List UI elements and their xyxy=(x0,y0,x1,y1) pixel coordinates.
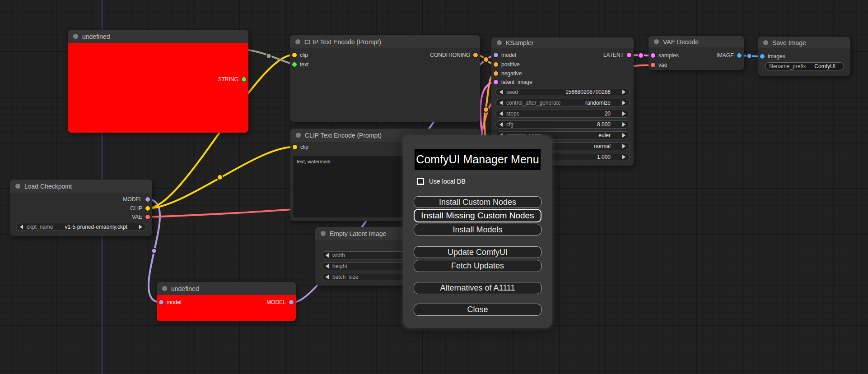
node-undefined-bottom[interactable]: undefined model MODEL xyxy=(157,282,296,321)
install-missing-custom-nodes-button[interactable]: Install Missing Custom Nodes xyxy=(414,209,541,222)
output-model[interactable]: MODEL xyxy=(123,196,150,203)
input-images[interactable]: images xyxy=(760,53,785,60)
input-clip[interactable]: clip xyxy=(292,52,308,58)
next-arrow-icon[interactable] xyxy=(139,225,142,229)
use-local-db-checkbox[interactable] xyxy=(417,178,424,185)
reroute-dot-string[interactable] xyxy=(266,54,271,59)
collapse-dot-icon[interactable] xyxy=(295,39,300,44)
decrement-arrow-icon[interactable] xyxy=(499,111,503,116)
reroute-dot-image[interactable] xyxy=(747,54,752,59)
output-string[interactable]: STRING xyxy=(218,76,246,83)
next-arrow-icon[interactable] xyxy=(622,133,625,138)
output-latent[interactable]: LATENT xyxy=(603,52,631,58)
previous-arrow-icon[interactable] xyxy=(499,101,503,105)
decrement-arrow-icon[interactable] xyxy=(326,253,329,258)
conditioning-port-icon[interactable] xyxy=(473,53,478,57)
decrement-arrow-icon[interactable] xyxy=(499,90,503,94)
input-negative[interactable]: negative xyxy=(494,70,522,77)
output-image[interactable]: IMAGE xyxy=(716,52,742,59)
reroute-dot-latent[interactable] xyxy=(638,53,644,58)
ckpt-name-widget[interactable]: ckpt_name v1-5-pruned-emaonly.ckpt xyxy=(16,223,146,231)
close-button[interactable]: Close xyxy=(414,304,541,316)
reroute-dot-cond-negative[interactable] xyxy=(483,107,489,112)
node-header[interactable]: CLIP Text Encode (Prompt) xyxy=(290,35,480,48)
input-samples[interactable]: samples xyxy=(651,52,679,59)
install-custom-nodes-button[interactable]: Install Custom Nodes xyxy=(414,196,541,208)
model-port-icon[interactable] xyxy=(494,53,498,57)
image-port-icon[interactable] xyxy=(760,54,765,59)
model-port-icon[interactable] xyxy=(145,197,150,202)
string-port-icon[interactable] xyxy=(242,77,246,82)
collapse-dot-icon[interactable] xyxy=(654,39,659,44)
increment-arrow-icon[interactable] xyxy=(622,155,625,159)
output-clip[interactable]: CLIP xyxy=(130,205,150,212)
clip-port-icon[interactable] xyxy=(145,206,150,211)
alternatives-of-a1111-button[interactable]: Alternatives of A1111 xyxy=(414,282,541,294)
node-vae-decode[interactable]: VAE Decode samples vae IMAGE xyxy=(649,36,744,70)
clip-port-icon[interactable] xyxy=(292,53,297,57)
collapse-dot-icon[interactable] xyxy=(15,184,20,189)
node-load-checkpoint[interactable]: Load Checkpoint MODEL CLIP VAE ckpt_name… xyxy=(10,180,152,236)
reroute-dot-clip[interactable] xyxy=(217,175,223,180)
port-label: MODEL xyxy=(266,299,286,305)
cfg-widget[interactable]: cfg 8.000 xyxy=(495,120,630,129)
node-header[interactable]: undefined xyxy=(157,282,296,295)
install-models-button[interactable]: Install Models xyxy=(414,224,541,235)
collapse-dot-icon[interactable] xyxy=(73,34,78,39)
node-header[interactable]: Load Checkpoint xyxy=(10,180,152,193)
input-positive[interactable]: positive xyxy=(494,61,520,68)
string-port-icon[interactable] xyxy=(292,62,297,67)
vae-port-icon[interactable] xyxy=(651,63,655,67)
node-header[interactable]: VAE Decode xyxy=(649,36,744,47)
clip-port-icon[interactable] xyxy=(293,145,297,149)
model-port-icon[interactable] xyxy=(289,300,294,305)
conditioning-port-icon[interactable] xyxy=(494,62,498,67)
node-header[interactable]: KSampler xyxy=(491,37,634,48)
collapse-dot-icon[interactable] xyxy=(296,133,301,138)
latent-port-icon[interactable] xyxy=(494,80,498,84)
latent-port-icon[interactable] xyxy=(651,53,655,58)
update-comfyui-button[interactable]: Update ComfyUI xyxy=(414,246,541,258)
node-save-image[interactable]: Save Image images filename_prefix ComfyU… xyxy=(758,37,850,76)
conditioning-port-icon[interactable] xyxy=(494,71,498,76)
collapse-dot-icon[interactable] xyxy=(321,231,326,236)
vae-port-icon[interactable] xyxy=(145,215,150,219)
steps-widget[interactable]: steps 20 xyxy=(495,110,630,118)
output-conditioning[interactable]: CONDITIONING xyxy=(430,52,478,58)
image-port-icon[interactable] xyxy=(737,53,742,58)
model-port-icon[interactable] xyxy=(159,300,163,305)
decrement-arrow-icon[interactable] xyxy=(326,264,329,268)
decrement-arrow-icon[interactable] xyxy=(326,275,329,279)
input-text[interactable]: text xyxy=(292,61,308,68)
collapse-dot-icon[interactable] xyxy=(763,40,768,45)
input-clip[interactable]: clip xyxy=(293,144,308,150)
node-header[interactable]: undefined xyxy=(68,30,248,43)
input-vae[interactable]: vae xyxy=(651,62,667,68)
node-undefined-top[interactable]: undefined STRING xyxy=(68,30,248,133)
node-clip-text-encode-1[interactable]: CLIP Text Encode (Prompt) clip text COND… xyxy=(290,35,480,122)
node-graph-canvas[interactable]: undefined STRING CLIP Text Encode (Promp… xyxy=(0,0,868,374)
input-model[interactable]: model xyxy=(159,299,182,305)
increment-arrow-icon[interactable] xyxy=(622,111,625,116)
collapse-dot-icon[interactable] xyxy=(162,286,167,291)
output-vae[interactable]: VAE xyxy=(132,214,150,220)
input-latent-image[interactable]: latent_image xyxy=(494,79,532,85)
output-model[interactable]: MODEL xyxy=(266,299,294,305)
reroute-dot-model[interactable] xyxy=(152,249,157,254)
collapse-dot-icon[interactable] xyxy=(497,40,502,45)
next-arrow-icon[interactable] xyxy=(622,144,625,148)
reroute-dot-cond-positive[interactable] xyxy=(483,57,489,62)
seed-widget[interactable]: seed 156680208700286 xyxy=(495,88,630,96)
previous-arrow-icon[interactable] xyxy=(20,225,23,229)
decrement-arrow-icon[interactable] xyxy=(499,122,503,127)
increment-arrow-icon[interactable] xyxy=(622,122,625,127)
fetch-updates-button[interactable]: Fetch Updates xyxy=(414,260,541,272)
increment-arrow-icon[interactable] xyxy=(622,90,625,94)
latent-port-icon[interactable] xyxy=(627,53,631,57)
filename-prefix-widget[interactable]: filename_prefix ComfyUI xyxy=(765,62,844,70)
next-arrow-icon[interactable] xyxy=(622,101,625,105)
control-after-generate-widget[interactable]: control_after_generate randomize xyxy=(495,99,630,107)
use-local-db-row[interactable]: Use local DB xyxy=(417,178,466,185)
node-header[interactable]: Save Image xyxy=(758,37,850,48)
input-model[interactable]: model xyxy=(494,52,516,58)
